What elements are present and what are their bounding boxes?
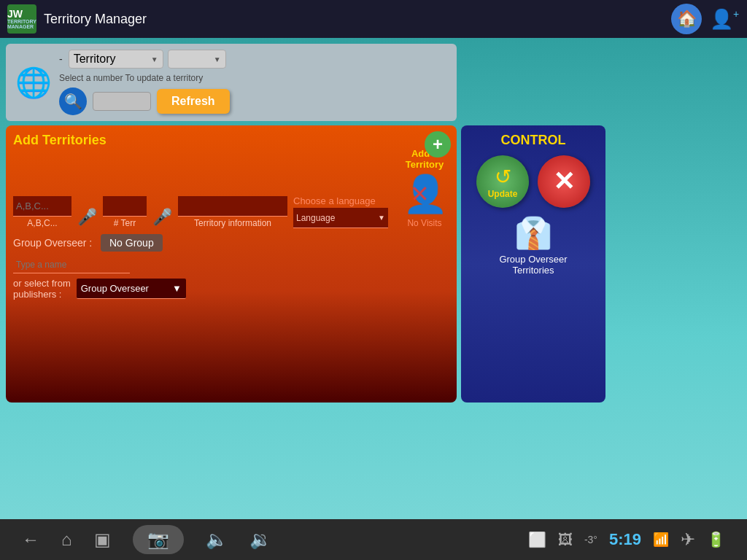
app-icon: JW TERRITORYMANAGER [7, 4, 36, 34]
group-overseer-row: Group Overseer : No Group [13, 234, 449, 252]
globe-icon: 🌐 [13, 63, 53, 103]
home-button[interactable]: 🏠 [671, 4, 702, 34]
add-circle-button[interactable]: + [425, 131, 451, 158]
nav-left: ← ⌂ ▣ 📷 🔈 🔉 [22, 525, 271, 554]
group-overseer-dropdown-value: Group Overseer [81, 283, 149, 294]
territory-info-field: Territory information [178, 196, 287, 228]
mic-icon-1[interactable]: 🎤 [77, 208, 97, 227]
temperature-display: -3° [584, 534, 597, 545]
home-nav-icon[interactable]: ⌂ [61, 529, 72, 550]
delete-button[interactable]: ✕ [538, 155, 590, 208]
language-label: Language [296, 213, 335, 223]
add-person-button[interactable]: 👤+ [709, 4, 740, 34]
group-overseer-type-input[interactable] [13, 256, 130, 273]
nav-right: ⬜ 🖼 -3° 5:19 📶 ✈ 🔋 [528, 529, 725, 550]
or-select-label: or select frompublishers : [13, 278, 71, 300]
bottom-bar: ← ⌂ ▣ 📷 🔈 🔉 ⬜ 🖼 -3° 5:19 📶 ✈ 🔋 [0, 519, 747, 560]
territory-label: Territory [74, 52, 116, 66]
territory-top-row: - Territory ▼ ▼ [59, 50, 449, 69]
no-visits-label: No Visits [407, 218, 441, 228]
group-overseer-label: Group Overseer : [13, 237, 93, 249]
group-overseer-territories-label: Group OverseerTerritories [499, 254, 567, 276]
top-bar: JW TERRITORYMANAGER Territory Manager 🏠 … [0, 0, 747, 38]
territory-info-input[interactable] [178, 196, 287, 217]
battery-icon: 🔋 [707, 531, 725, 548]
add-territories-title: Add Territories [13, 133, 107, 147]
language-field: Choose a language Language ▼ [293, 195, 388, 228]
update-icon: ↺ [495, 165, 511, 189]
language-dropdown-arrow: ▼ [378, 214, 385, 222]
territory-hint: Select a number To update a territory [59, 73, 449, 83]
delete-icon: ✕ [553, 166, 575, 197]
group-overseer-section: Group Overseer : No Group or select from… [13, 234, 449, 300]
screen-icon[interactable]: ⬜ [528, 531, 546, 548]
x-overlay-icon: ✕ [410, 180, 430, 208]
language-dropdown[interactable]: Language ▼ [293, 208, 388, 228]
territory-bar: 🌐 - Territory ▼ ▼ Select a number To upd… [6, 44, 457, 121]
app-icon-sub: TERRITORYMANAGER [7, 19, 36, 29]
terr-input[interactable] [103, 196, 147, 217]
language-hint: Choose a language [293, 195, 388, 206]
gallery-icon[interactable]: 🖼 [558, 532, 573, 548]
back-icon[interactable]: ← [22, 529, 39, 550]
volume-up-icon[interactable]: 🔉 [249, 529, 271, 550]
no-visits-figure: 👤 ✕ No Visits [403, 173, 446, 228]
territory-select[interactable]: Territory ▼ [69, 50, 163, 69]
app-title: Territory Manager [44, 12, 671, 27]
no-visits-icon: 👤 ✕ [403, 173, 446, 217]
group-overseer-dropdown-arrow: ▼ [172, 283, 182, 294]
camera-button[interactable]: 📷 [133, 525, 184, 554]
camera-icon: 📷 [147, 529, 169, 550]
main-content: 🌐 - Territory ▼ ▼ Select a number To upd… [0, 38, 747, 402]
group-overseer-dropdown[interactable]: Group Overseer ▼ [77, 279, 186, 299]
publisher-select-row: or select frompublishers : Group Oversee… [13, 278, 449, 300]
abc-field: A,B,C... [13, 196, 71, 228]
control-title: CONTROL [501, 133, 566, 148]
territory-dropdown-arrow: ▼ [151, 55, 158, 63]
terr-label: # Terr [103, 218, 147, 228]
add-territory-section: Add a Territory 👤 ✕ No Visits [400, 148, 449, 228]
territory-number-select[interactable]: ▼ [168, 50, 226, 69]
search-input-field[interactable] [93, 92, 151, 111]
terr-field: # Terr [103, 196, 147, 228]
two-column-layout: Add Territories + A,B,C... 🎤 # Terr 🎤 Te… [6, 125, 741, 402]
update-label: Update [488, 189, 518, 199]
fields-row: A,B,C... 🎤 # Terr 🎤 Territory informatio… [13, 148, 449, 228]
time-display: 5:19 [609, 530, 641, 549]
territory-info-label: Territory information [178, 218, 287, 228]
refresh-button[interactable]: Refresh [157, 89, 230, 114]
abc-label: A,B,C... [13, 218, 71, 228]
search-button[interactable]: 🔍 [59, 88, 87, 115]
abc-input[interactable] [13, 196, 71, 217]
update-button[interactable]: ↺ Update [476, 155, 529, 208]
mic-icon-2[interactable]: 🎤 [152, 208, 172, 227]
top-right-icons: 🏠 👤+ [671, 4, 740, 34]
airplane-icon: ✈ [681, 529, 695, 550]
app-icon-jw: JW [7, 9, 36, 19]
overseer-figure-icon: 👔 [514, 215, 552, 251]
add-person-icon: 👤+ [710, 8, 739, 31]
control-buttons: ↺ Update ✕ [476, 155, 590, 208]
territory-number-arrow: ▼ [214, 55, 221, 63]
search-icon: 🔍 [64, 93, 82, 110]
volume-down-icon[interactable]: 🔈 [206, 529, 228, 550]
no-group-badge: No Group [101, 234, 163, 252]
territory-inputs: - Territory ▼ ▼ Select a number To updat… [59, 50, 449, 115]
group-overseer-type-row [13, 256, 449, 273]
control-panel: CONTROL ↺ Update ✕ 👔 Group OverseerTerri… [461, 125, 605, 402]
home-icon: 🏠 [677, 9, 697, 28]
dash-label: - [59, 53, 63, 65]
wifi-icon: 📶 [653, 532, 669, 548]
search-refresh-row: 🔍 Refresh [59, 88, 449, 115]
group-overseer-control[interactable]: 👔 Group OverseerTerritories [499, 215, 567, 276]
add-territories-panel: Add Territories + A,B,C... 🎤 # Terr 🎤 Te… [6, 125, 457, 402]
recents-icon[interactable]: ▣ [94, 529, 111, 550]
